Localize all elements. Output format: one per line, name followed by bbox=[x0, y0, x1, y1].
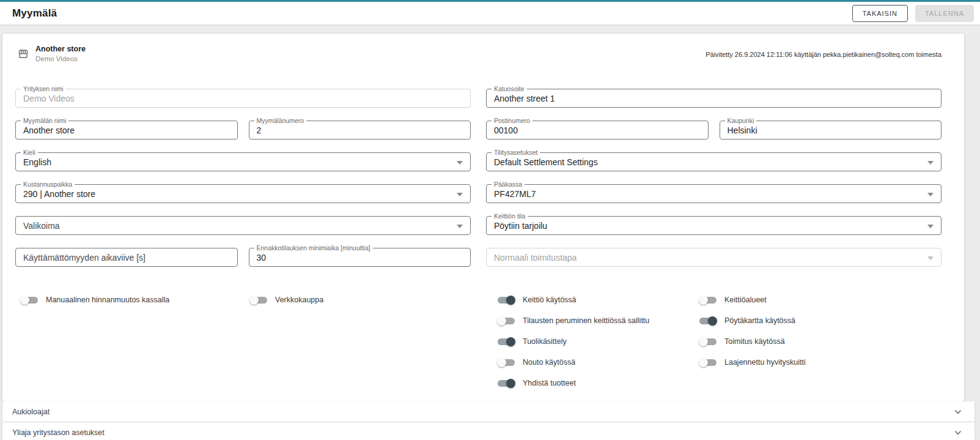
preorder-min-time-value: 30 bbox=[257, 253, 267, 263]
form-left-column: Yrityksen nimi Demo Videos Myymälän nimi… bbox=[15, 89, 471, 397]
save-button: TALLENNA bbox=[915, 5, 974, 22]
toggle-switch[interactable] bbox=[699, 316, 717, 326]
store-name-value: Another store bbox=[23, 125, 75, 135]
chevron-down-icon bbox=[954, 408, 962, 416]
toggle-extended-refund-receipt[interactable]: Laajennettu hyvityskuitti bbox=[699, 355, 941, 370]
store-number-field[interactable]: Myymälänumero 2 bbox=[249, 121, 471, 140]
toggle-switch[interactable] bbox=[249, 295, 268, 305]
toggle-table-map-enabled[interactable]: Pöytäkartta käytössä bbox=[699, 313, 941, 328]
toggle-manual-price-change[interactable]: Manuaalinen hinnanmuutos kassalla bbox=[20, 293, 249, 307]
delivery-method-select: Normaali toimitustapa bbox=[486, 248, 941, 267]
toggle-label: Nouto käytössä bbox=[523, 358, 575, 367]
store-company: Demo Videos bbox=[35, 54, 86, 63]
toggle-label: Verkkokauppa bbox=[275, 296, 323, 304]
storefront-icon bbox=[18, 48, 29, 59]
main-register-select[interactable]: Pääkassa PF427ML7 bbox=[486, 184, 941, 203]
dropdown-caret-icon bbox=[927, 225, 934, 228]
toggle-kitchen-enabled[interactable]: Keittiö käytössä bbox=[497, 293, 699, 307]
store-number-value: 2 bbox=[257, 125, 262, 135]
toggle-delivery-enabled[interactable]: Toimitus käytössä bbox=[699, 334, 941, 349]
toggle-pickup-enabled[interactable]: Nouto käytössä bbox=[497, 355, 699, 370]
toggle-label: Keittiö käytössä bbox=[523, 296, 577, 304]
toggle-label: Toimitus käytössä bbox=[724, 337, 785, 346]
left-toggle-area: Manuaalinen hinnanmuutos kassalla Verkko… bbox=[15, 293, 471, 313]
header-actions: TAKAISIN TALLENNA bbox=[852, 5, 974, 22]
main-register-label: Pääkassa bbox=[492, 181, 525, 188]
accordion-label: Yliaja yritystason asetukset bbox=[12, 428, 105, 437]
toggle-switch[interactable] bbox=[497, 337, 515, 346]
toggle-combine-products[interactable]: Yhdistä tuotteet bbox=[497, 376, 699, 390]
accordion-label: Aukioloajat bbox=[12, 408, 50, 416]
toggle-label: Pöytäkartta käytössä bbox=[724, 316, 795, 325]
assortment-select[interactable]: Valikoima bbox=[15, 216, 471, 235]
postal-code-label: Postinumero bbox=[492, 117, 532, 124]
postal-code-field[interactable]: Postinumero 00100 bbox=[486, 121, 709, 140]
accordion-override-company-settings[interactable]: Yliaja yritystason asetukset bbox=[2, 422, 974, 440]
kitchen-mode-select[interactable]: Keittiön tila Pöytiin tarjoilu bbox=[486, 216, 941, 235]
city-label: Kaupunki bbox=[725, 117, 757, 124]
cost-center-select[interactable]: Kustannuspaikka 290 | Another store bbox=[15, 184, 471, 203]
toggle-label: Manuaalinen hinnanmuutos kassalla bbox=[46, 296, 169, 304]
street-address-value: Another street 1 bbox=[494, 94, 555, 103]
toggle-switch[interactable] bbox=[497, 295, 515, 305]
idle-timeout-field[interactable]: Käyttämättömyyden aikaviive [s] bbox=[15, 248, 238, 267]
store-name-block: Another store Demo Videos bbox=[35, 45, 86, 63]
preorder-min-time-label: Ennakkotilauksen minimiaika [minuuttia] bbox=[254, 245, 373, 252]
toggle-switch[interactable] bbox=[699, 357, 717, 367]
company-name-label: Yrityksen nimi bbox=[21, 86, 65, 92]
language-select[interactable]: Kieli English bbox=[15, 152, 471, 171]
store-name: Another store bbox=[35, 45, 86, 54]
toggle-kitchen-areas[interactable]: Keittiöalueet bbox=[699, 293, 941, 307]
toggle-label: Laajennettu hyvityskuitti bbox=[724, 358, 806, 367]
dropdown-caret-icon bbox=[457, 161, 463, 165]
kitchen-mode-value: Pöytiin tarjoilu bbox=[494, 221, 547, 231]
app-header: Myymälä TAKAISIN TALLENNA bbox=[0, 2, 980, 25]
settlement-settings-select[interactable]: Tilitysasetukset Default Settlement Sett… bbox=[486, 152, 941, 171]
toggle-switch[interactable] bbox=[699, 337, 717, 346]
postal-code-value: 00100 bbox=[494, 125, 518, 135]
language-value: English bbox=[23, 157, 51, 167]
settlement-settings-value: Default Settlement Settings bbox=[494, 157, 598, 167]
back-button[interactable]: TAKAISIN bbox=[852, 5, 908, 22]
page-content: Another store Demo Videos Päivitetty 26.… bbox=[0, 34, 980, 440]
cost-center-value: 290 | Another store bbox=[23, 189, 95, 199]
store-name-field[interactable]: Myymälän nimi Another store bbox=[15, 121, 238, 140]
store-card-header: Another store Demo Videos Päivitetty 26.… bbox=[15, 41, 941, 63]
dropdown-caret-icon bbox=[457, 193, 463, 196]
cost-center-label: Kustannuspaikka bbox=[21, 181, 75, 188]
dropdown-caret-icon bbox=[927, 193, 934, 196]
toggle-label: Tuolikäsittely bbox=[523, 337, 567, 346]
city-field[interactable]: Kaupunki Helsinki bbox=[720, 121, 942, 140]
toggle-webshop[interactable]: Verkkokauppa bbox=[249, 293, 471, 307]
dropdown-caret-icon bbox=[927, 256, 934, 260]
language-label: Kieli bbox=[21, 149, 38, 156]
toggle-switch[interactable] bbox=[497, 357, 515, 367]
chevron-down-icon bbox=[954, 428, 962, 437]
preorder-min-time-field[interactable]: Ennakkotilauksen minimiaika [minuuttia] … bbox=[249, 248, 471, 267]
toggle-order-cancel-in-kitchen[interactable]: Tilausten peruminen keittiössä sallittu bbox=[497, 313, 699, 328]
main-register-value: PF427ML7 bbox=[494, 189, 536, 199]
toggle-switch[interactable] bbox=[497, 316, 515, 326]
toggle-switch[interactable] bbox=[497, 378, 515, 388]
company-name-value: Demo Videos bbox=[23, 94, 75, 103]
street-address-label: Katuosoite bbox=[492, 86, 527, 92]
toggle-label: Yhdistä tuotteet bbox=[523, 379, 576, 387]
toggle-column-misc: Keittiöalueet Pöytäkartta käytössä Toimi… bbox=[699, 293, 941, 397]
toggle-label: Tilausten peruminen keittiössä sallittu bbox=[523, 316, 649, 325]
store-settings-card: Another store Demo Videos Päivitetty 26.… bbox=[2, 34, 964, 401]
idle-timeout-placeholder: Käyttämättömyyden aikaviive [s] bbox=[23, 253, 146, 263]
store-form: Yrityksen nimi Demo Videos Myymälän nimi… bbox=[15, 89, 941, 397]
toggle-chair-handling[interactable]: Tuolikäsittely bbox=[497, 334, 699, 349]
right-toggle-area: Keittiö käytössä Tilausten peruminen kei… bbox=[486, 293, 941, 397]
accordion-opening-hours[interactable]: Aukioloajat bbox=[2, 401, 974, 422]
settlement-settings-label: Tilitysasetukset bbox=[492, 149, 540, 156]
kitchen-mode-label: Keittiön tila bbox=[492, 213, 528, 220]
toggle-switch[interactable] bbox=[20, 295, 39, 305]
form-right-column: Katuosoite Another street 1 Postinumero … bbox=[486, 89, 941, 397]
store-number-label: Myymälänumero bbox=[254, 117, 307, 124]
company-name-field: Yrityksen nimi Demo Videos bbox=[15, 89, 471, 108]
delivery-method-value: Normaali toimitustapa bbox=[494, 253, 577, 263]
street-address-field[interactable]: Katuosoite Another street 1 bbox=[486, 89, 941, 108]
toggle-switch[interactable] bbox=[699, 295, 717, 305]
assortment-value: Valikoima bbox=[23, 221, 60, 231]
